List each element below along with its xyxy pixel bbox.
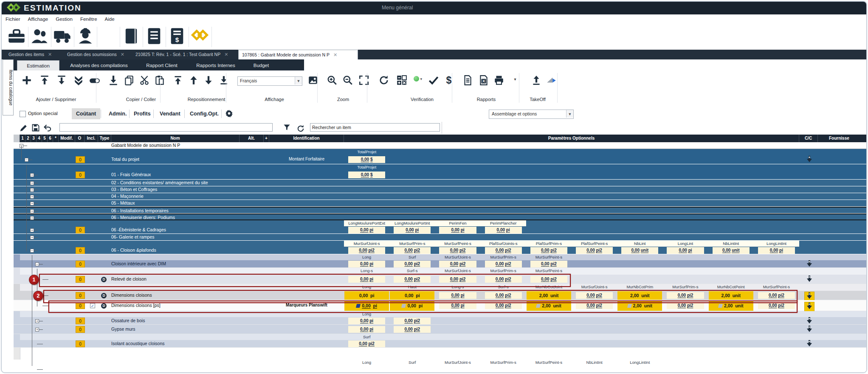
table-row[interactable]: +05 - Métaux: [14, 200, 867, 207]
expand-icon[interactable]: +: [35, 328, 39, 332]
collapse-icon[interactable]: −: [35, 262, 39, 266]
param-value[interactable]: 0,00 pi: [439, 302, 476, 309]
expand-icon[interactable]: +: [30, 228, 34, 232]
item-name[interactable]: 06 - Menuiserie divers: Podiums: [111, 215, 175, 220]
copy-down-icon[interactable]: [804, 260, 814, 269]
column-header-ident[interactable]: Identification: [269, 135, 344, 142]
menu-3[interactable]: Fenêtre: [76, 14, 101, 24]
param-value[interactable]: 0,00 pi2: [667, 292, 704, 299]
column-header-lvl[interactable]: 4: [37, 135, 42, 142]
table-row[interactable]: Long0,00 pi0,00 pi2+0Ossature de bois: [14, 311, 867, 325]
param-value[interactable]: 0,00 pi: [485, 227, 522, 233]
expand-icon[interactable]: +: [30, 236, 34, 239]
report-icon[interactable]: [143, 27, 166, 47]
param-value-highlighted[interactable]: 2,00 unit: [617, 291, 662, 300]
import-icon[interactable]: [106, 75, 121, 91]
upload-icon[interactable]: [529, 75, 544, 91]
column-header-cc[interactable]: C/C: [799, 135, 818, 142]
item-name[interactable]: Isolant acoustique cloisons: [111, 341, 165, 346]
item-name[interactable]: 02 - Conditions existantes/ aménagement …: [111, 180, 208, 185]
include-checkbox[interactable]: ✓: [90, 303, 95, 308]
view-tab-4[interactable]: Budget: [246, 60, 276, 70]
pricing-tab-1[interactable]: Admin.: [104, 108, 131, 119]
table-row[interactable]: Long-sSurf-sMurSurfJoint-sMurSurfPrim-sM…: [14, 268, 867, 284]
column-header-modif[interactable]: Modif.: [59, 135, 75, 142]
param-value[interactable]: 0,00 pi2: [576, 292, 613, 299]
table-row[interactable]: +06 - Installations temporaires: [14, 207, 867, 214]
copy-down-icon[interactable]: [804, 156, 814, 164]
takeoff-logo-icon[interactable]: [544, 75, 559, 91]
table-row[interactable]: 0,00 pi0,00 pi0,00 pi0,00 pi22,00 unit0,…: [14, 300, 867, 311]
param-value[interactable]: 0,00 pi2: [394, 247, 431, 254]
param-value[interactable]: 0,00 $: [348, 156, 385, 163]
undo-icon[interactable]: [43, 124, 52, 132]
param-value[interactable]: 0,00 pi: [348, 261, 385, 267]
expand-icon[interactable]: +: [30, 216, 34, 220]
menu-2[interactable]: Gestion: [52, 14, 76, 24]
param-value-highlighted[interactable]: 0,00 pi: [390, 291, 434, 300]
param-value[interactable]: 0,00 pi2: [439, 261, 476, 267]
param-value[interactable]: 0,00 pi: [758, 247, 795, 254]
table-row[interactable]: 0,00 pi0,00 pi2+0Gypse murs: [14, 325, 867, 334]
view-tab-3[interactable]: Rapports Internes: [189, 60, 243, 70]
move-down-icon[interactable]: [201, 75, 216, 91]
item-name[interactable]: 03 - Béton et Coffrages: [111, 187, 157, 192]
table-row[interactable]: +06 - Menuiserie divers: Podiums: [14, 214, 867, 220]
toolbox-icon[interactable]: [5, 27, 28, 47]
expand-icon[interactable]: +: [30, 209, 34, 213]
filter-icon[interactable]: [283, 124, 291, 132]
zoom-out-icon[interactable]: [341, 75, 355, 91]
close-icon[interactable]: ✕: [333, 52, 337, 57]
param-value[interactable]: 0,00 unit: [621, 247, 658, 254]
copy-down-icon[interactable]: [804, 340, 814, 349]
param-value[interactable]: 0,00 pi2: [758, 292, 795, 299]
column-header-incl[interactable]: Incl.: [85, 135, 98, 142]
column-header-plus[interactable]: +: [264, 135, 269, 142]
gear-icon[interactable]: [225, 110, 233, 118]
compute-icon[interactable]: [395, 75, 409, 91]
param-value[interactable]: 0,00 pi2: [758, 302, 795, 309]
item-name[interactable]: Gabarit Modele de soumission N P: [111, 143, 180, 148]
paste-icon[interactable]: [152, 75, 167, 91]
param-value[interactable]: 0,00 pi2: [530, 247, 567, 254]
view-tab-1[interactable]: Analyses des compilations: [63, 60, 135, 70]
expand-icon[interactable]: +: [30, 181, 34, 185]
table-row[interactable]: LongSurfMurSurfJoint-sMurSurfPrim-sMurSu…: [14, 254, 867, 268]
caret-icon[interactable]: ▾: [508, 75, 522, 91]
copy-down-icon[interactable]: [804, 317, 814, 326]
refresh-icon[interactable]: [377, 75, 391, 91]
item-name[interactable]: Dimensions cloisons [ps]: [111, 303, 161, 308]
column-header-type[interactable]: Type: [98, 135, 111, 142]
item-name[interactable]: Relevé de cloison: [111, 276, 147, 281]
menu-1[interactable]: Affichage: [24, 14, 52, 24]
table-row[interactable]: TotalProjet0,00 $+001 - Frais Généraux: [14, 164, 867, 180]
item-name[interactable]: Gypse murs: [111, 326, 135, 332]
document-tab-3[interactable]: 107865 : Gabarit Modele de soumission N …: [238, 50, 358, 59]
add-icon[interactable]: [20, 75, 34, 91]
table-row[interactable]: +06- Galerie et rampes: [14, 234, 867, 241]
table-row[interactable]: +03 - Béton et Coffrages: [14, 186, 867, 193]
expand-icon[interactable]: +: [35, 319, 39, 323]
search-input[interactable]: [310, 123, 440, 132]
item-name[interactable]: Dimensions cloisons: [111, 292, 152, 298]
item-name[interactable]: 06 - Cloison &plafonds: [111, 247, 156, 253]
param-value[interactable]: 0,00 pi: [667, 247, 704, 254]
table-row[interactable]: TotalProjet0,00 $−0Total du projetMontan…: [14, 149, 867, 164]
refresh-icon[interactable]: [296, 123, 305, 134]
param-value[interactable]: 0,00 pi: [394, 227, 431, 233]
copy-down-icon[interactable]: [804, 326, 814, 334]
menu-0[interactable]: Fichier: [2, 14, 24, 24]
report-doc-icon[interactable]: [460, 75, 475, 91]
param-value[interactable]: 0,00 pi2: [439, 276, 476, 283]
close-icon[interactable]: ✕: [48, 52, 52, 57]
pencil-icon[interactable]: [20, 124, 28, 132]
document-tab-2[interactable]: 210825 T: Rév. 1 - Scé. 1 : Test Gabarit…: [132, 50, 236, 59]
table-row[interactable]: MurSurfJoint-sMurSurfPrim-sMurSurfPeint-…: [14, 241, 867, 254]
column-header-lvl[interactable]: *: [53, 135, 59, 142]
item-edit-input[interactable]: [59, 123, 273, 132]
move-top-icon[interactable]: [171, 75, 185, 91]
param-value[interactable]: 0,00 pi2: [394, 276, 431, 283]
item-name[interactable]: 05 - Métaux: [111, 200, 135, 205]
param-value[interactable]: 0,00 pi: [439, 292, 476, 299]
param-value[interactable]: 0,00 pi2: [530, 276, 567, 283]
